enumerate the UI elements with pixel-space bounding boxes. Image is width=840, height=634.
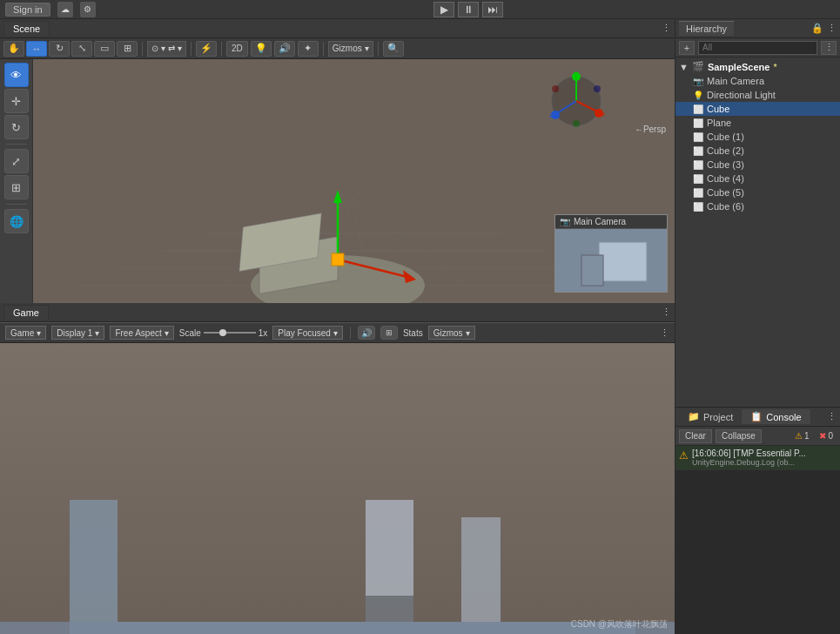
hierarchy-scene-root[interactable]: ▼ 🎬 SampleScene* [675, 59, 840, 74]
hierarchy-item-cube4[interactable]: ⬜ Cube (4) [675, 172, 840, 185]
cube5-obj-icon: ⬜ [693, 188, 703, 198]
signin-button[interactable]: Sign in [5, 3, 50, 17]
move-3d-tool[interactable]: ✛ [4, 89, 29, 113]
sep2 [191, 42, 192, 56]
hierarchy-item-plane[interactable]: ⬜ Plane [675, 116, 840, 130]
hierarchy-item-cube3[interactable]: ⬜ Cube (3) [675, 158, 840, 172]
tab-scene[interactable]: Scene [3, 21, 50, 36]
tab-hierarchy[interactable]: Hierarchy [679, 21, 734, 36]
audio-toggle[interactable]: 🔊 [274, 41, 295, 57]
right-panel: Hierarchy 🔒 ⋮ + ⋮ ▼ 🎬 SampleScene* 📷 [675, 19, 840, 634]
play-focused-label: Play Focused [278, 328, 331, 338]
step-button[interactable]: ⏭ [482, 2, 503, 17]
scene-toolbar: ✋ ↔ ↻ ⤡ ▭ ⊞ ⊙ ▾ ⇄ ▾ ⚡ 2D 💡 [0, 38, 675, 59]
hierarchy-lock[interactable]: 🔒 [811, 23, 823, 34]
collapse-button[interactable]: Collapse [716, 429, 762, 443]
scene-objects [207, 146, 468, 303]
settings-icon[interactable]: ⚙ [80, 2, 96, 17]
tab-project[interactable]: 📁 Project [679, 409, 742, 424]
hierarchy-item-cube1[interactable]: ⬜ Cube (1) [675, 130, 840, 144]
item-name-cube1: Cube (1) [707, 132, 744, 142]
tool-sep2 [6, 204, 27, 205]
gizmos-dropdown[interactable]: Gizmos ▾ [328, 41, 373, 57]
watermark: CSDN @风吹落叶花飘荡 [571, 618, 668, 631]
scale-text: Scale [179, 328, 201, 338]
console-text-0: [16:06:06] [TMP Essential P... UnityEngi… [692, 449, 837, 467]
layer-tool[interactable]: ⊞ [4, 175, 29, 199]
play-button[interactable]: ▶ [433, 2, 454, 17]
axis-svg: Y X Z [548, 68, 605, 133]
scene-tab-more[interactable]: ⋮ [662, 23, 671, 34]
search-btn[interactable]: 🔍 [383, 41, 404, 57]
game-label-dropdown[interactable]: Game ▾ [5, 326, 46, 340]
light-toggle[interactable]: 💡 [251, 41, 272, 57]
hierarchy-item-cube2[interactable]: ⬜ Cube (2) [675, 144, 840, 158]
eye-tool[interactable]: 👁 [4, 63, 29, 87]
aspect-arrow: ▾ [165, 328, 169, 338]
game-panel: Game ⋮ Game ▾ Display 1 ▾ Free Aspect ▾ [0, 303, 675, 634]
tab-game[interactable]: Game [3, 305, 49, 320]
clear-button[interactable]: Clear [679, 429, 712, 443]
rotate-tool[interactable]: ↻ [49, 41, 70, 57]
stats-display-btn[interactable]: ⊞ [380, 326, 398, 340]
cube1-obj-icon: ⬜ [693, 132, 703, 142]
svg-rect-38 [599, 242, 647, 281]
hierarchy-item-dir-light[interactable]: 💡 Directional Light [675, 88, 840, 102]
cloud-icon[interactable]: ☁ [57, 2, 73, 17]
orbit-tool[interactable]: ↻ [4, 115, 29, 139]
warn-badge[interactable]: ⚠ 1 [791, 430, 813, 442]
svg-rect-44 [461, 517, 501, 622]
scale-slider[interactable] [204, 332, 256, 334]
game-label-arrow: ▾ [37, 328, 41, 338]
sep1 [142, 42, 143, 56]
scene-name: SampleScene [708, 62, 770, 72]
tab-console[interactable]: 📋 Console [742, 409, 810, 424]
rect-tool[interactable]: ▭ [94, 41, 115, 57]
game-viewport[interactable]: CSDN @风吹落叶花飘荡 [0, 343, 675, 634]
pause-button[interactable]: ⏸ [458, 2, 479, 17]
audio-btn[interactable]: 🔊 [358, 326, 375, 340]
sep4 [323, 42, 324, 56]
hierarchy-toolbar: + ⋮ [675, 38, 840, 57]
aspect-dropdown[interactable]: Free Aspect ▾ [110, 326, 173, 340]
display-dropdown[interactable]: Display 1 ▾ [51, 326, 104, 340]
transform-tool[interactable]: ⊞ [117, 41, 138, 57]
scene-viewport[interactable]: 👁 ✛ ↻ ⤢ ⊞ 🌐 [0, 59, 675, 303]
move-tool[interactable]: ↔ [26, 41, 47, 57]
project-icon: 📁 [688, 411, 700, 422]
error-count: 0 [828, 431, 833, 441]
display-arrow: ▾ [95, 328, 99, 338]
gizmos-game-dropdown[interactable]: Gizmos ▾ [428, 326, 475, 340]
fx-toggle[interactable]: ✦ [298, 41, 319, 57]
cube4-obj-icon: ⬜ [693, 174, 703, 184]
game-tab-more[interactable]: ⋮ [662, 307, 671, 318]
bottom-tab-more[interactable]: ⋮ [827, 411, 837, 422]
game-more[interactable]: ⋮ [660, 327, 669, 339]
hand-tool[interactable]: ✋ [3, 41, 24, 57]
snap-icon[interactable]: ⚡ [196, 41, 217, 57]
zoom-tool[interactable]: ⤢ [4, 149, 29, 173]
svg-point-33 [594, 85, 601, 92]
globe-tool[interactable]: 🌐 [4, 209, 29, 233]
hierarchy-settings-btn[interactable]: ⋮ [821, 41, 837, 55]
hierarchy-more[interactable]: ⋮ [827, 23, 837, 34]
hierarchy-item-cube5[interactable]: ⬜ Cube (5) [675, 185, 840, 199]
play-focused-dropdown[interactable]: Play Focused ▾ [272, 326, 343, 340]
hierarchy-search[interactable] [698, 41, 817, 55]
left-panel: Scene ⋮ ✋ ↔ ↻ ⤡ ▭ ⊞ ⊙ ▾ ⇄ [0, 19, 675, 634]
pivot-dropdown[interactable]: ⊙ ▾ ⇄ ▾ [147, 41, 186, 57]
hierarchy-add-btn[interactable]: + [679, 41, 695, 55]
warn-count: 1 [804, 431, 810, 441]
scene-dirty: * [773, 62, 776, 72]
stats-btn[interactable]: Stats [403, 328, 423, 338]
hierarchy-item-cube6[interactable]: ⬜ Cube (6) [675, 199, 840, 213]
console-entry-0[interactable]: ⚠ [16:06:06] [TMP Essential P... UnityEn… [675, 446, 840, 470]
camera-preview-title: Main Camera [574, 217, 626, 226]
error-badge[interactable]: ✖ 0 [816, 430, 837, 442]
hierarchy-item-cube[interactable]: ⬜ Cube [675, 102, 840, 116]
hierarchy-item-main-camera[interactable]: 📷 Main Camera [675, 74, 840, 88]
game-label: Game [10, 328, 34, 338]
scene-icon: 🎬 [692, 61, 704, 72]
2d-button[interactable]: 2D [226, 41, 248, 57]
scale-tool[interactable]: ⤡ [71, 41, 92, 57]
